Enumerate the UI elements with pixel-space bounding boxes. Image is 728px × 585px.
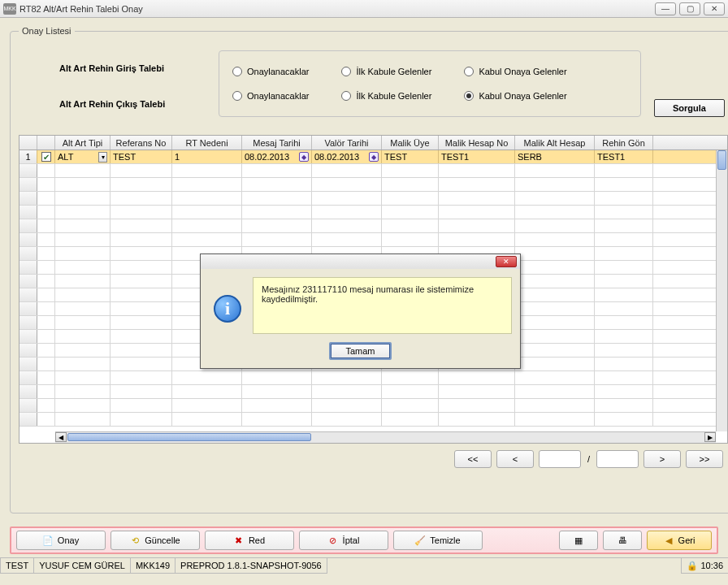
col-malik-uye[interactable]: Malik Üye [382,136,439,150]
app-icon: MKK [3,3,16,15]
table-row[interactable] [20,206,727,219]
horizontal-scrollbar[interactable]: ◀ ▶ [55,431,716,443]
title-bar: MKK RT82 Alt/Art Rehin Talebi Onay — ▢ ✕ [0,0,728,18]
query-button[interactable]: Sorgula [654,99,725,117]
radio-giris-onaylanacaklar[interactable]: Onaylanacaklar [232,67,309,76]
col-malik-hesap-no[interactable]: Malik Hesap No [439,136,515,150]
status-time-text: 10:36 [700,561,723,570]
button-label: Red [249,535,265,545]
pager-prev-button[interactable]: < [496,450,534,468]
radio-cikis-kabul-onaya[interactable]: Kabul Onaya Gelenler [464,91,566,101]
pager-last-button[interactable]: >> [686,450,723,468]
cell-alt-art-tipi[interactable]: ALT▾ [55,150,110,163]
col-referans-no[interactable]: Referans No [110,136,172,150]
col-rownum[interactable] [20,136,37,150]
radio-giris-ilk-kabule[interactable]: İlk Kabule Gelenler [341,67,431,76]
info-icon: i [209,290,246,327]
status-time: 🔒 10:36 [681,558,728,574]
radio-giris-kabul-onaya[interactable]: Kabul Onaya Gelenler [464,67,566,76]
radio-cikis-onaylanacaklar[interactable]: Onaylanacaklar [232,91,309,101]
calendar-icon[interactable]: ◆ [299,152,309,162]
dialog-ok-button[interactable]: Tamam [329,342,391,360]
export-icon: ▦ [574,535,583,545]
print-button[interactable]: 🖶 [603,531,642,550]
col-malik-alt-hesap[interactable]: Malik Alt Hesap [515,136,595,150]
cell-rehin-gon[interactable]: TEST1 [595,150,653,163]
dropdown-icon[interactable]: ▾ [98,152,107,162]
col-alt-art-tipi[interactable]: Alt Art Tipi [55,136,110,150]
back-icon: ◀ [664,535,674,545]
scroll-right-icon[interactable]: ▶ [704,432,716,442]
clear-icon: 🧹 [415,535,425,545]
radio-cikis-ilk-kabule[interactable]: İlk Kabule Gelenler [341,91,431,101]
pager-total-input[interactable] [596,450,639,468]
checkbox-icon: ✔ [41,152,51,162]
info-dialog: ✕ i Mesajınız 231117110 mesaj numarası i… [200,254,521,369]
radio-label: İlk Kabule Gelenler [356,91,431,101]
calendar-icon[interactable]: ◆ [369,152,379,162]
button-label: Güncelle [145,535,180,545]
minimize-button[interactable]: — [655,2,676,15]
table-row[interactable] [20,178,727,192]
cell-mesaj-tarihi[interactable]: 08.02.2013◆ [242,150,312,163]
refresh-icon: ⟲ [130,535,140,545]
table-row[interactable] [20,399,727,413]
radio-label: İlk Kabule Gelenler [356,67,431,76]
pager-first-button[interactable]: << [454,450,492,468]
cell-rownum: 1 [20,150,37,163]
table-row[interactable] [20,219,727,233]
col-valor-tarihi[interactable]: Valör Tarihi [312,136,382,150]
cell-referans-no[interactable]: TEST [110,150,172,163]
status-user: YUSUF CEM GÜREL [33,558,131,574]
red-button[interactable]: ✖Red [205,531,294,550]
dialog-close-button[interactable]: ✕ [496,256,517,267]
temizle-button[interactable]: 🧹Temizle [393,531,483,550]
table-row[interactable] [20,413,727,427]
print-icon: 🖶 [618,535,627,545]
dialog-titlebar: ✕ [201,254,520,269]
col-rehin-gon[interactable]: Rehin Gön [595,136,653,150]
status-version: PREPROD 1.8.1-SNAPSHOT-9056 [175,558,327,574]
reject-icon: ✖ [234,535,244,545]
vertical-scrollbar[interactable] [716,150,727,431]
cell-checkbox[interactable]: ✔ [37,150,55,163]
onay-button[interactable]: 📄Onay [16,531,106,550]
cell-rt-nedeni[interactable]: 1 [172,150,242,163]
table-row[interactable]: 1 ✔ ALT▾ TEST 1 08.02.2013◆ 08.02.2013◆ … [20,150,727,164]
col-rt-nedeni[interactable]: RT Nedeni [172,136,242,150]
radio-label: Onaylanacaklar [247,91,309,101]
cell-malik-alt-hesap[interactable]: SERB [515,150,595,163]
cell-malik-hesap-no[interactable]: TEST1 [439,150,515,163]
close-button[interactable]: ✕ [704,2,725,15]
geri-button[interactable]: ◀Geri [647,531,712,550]
button-label: İptal [343,535,360,545]
pager-current-input[interactable] [539,450,581,468]
status-env: TEST [0,558,34,574]
status-bar: TEST YUSUF CEM GÜREL MKK149 PREPROD 1.8.… [0,557,728,574]
table-row[interactable] [20,164,727,178]
export-button[interactable]: ▦ [559,531,598,550]
action-toolbar: 📄Onay ⟲Güncelle ✖Red ⊘İptal 🧹Temizle ▦ 🖶… [10,526,718,554]
guncelle-button[interactable]: ⟲Güncelle [110,531,200,550]
cell-text: 08.02.2013 [245,152,289,162]
cell-malik-uye[interactable]: TEST [382,150,439,163]
cell-valor-tarihi[interactable]: 08.02.2013◆ [312,150,382,163]
button-label: Onay [58,535,79,545]
document-icon: 📄 [43,535,53,545]
col-checkbox[interactable] [37,136,55,150]
filter-options-box: Onaylanacaklar İlk Kabule Gelenler Kabul… [219,50,641,117]
table-row[interactable] [20,192,727,206]
button-label: Temizle [430,535,460,545]
window-title: RT82 Alt/Art Rehin Talebi Onay [20,4,655,14]
table-row[interactable] [20,371,727,385]
scroll-left-icon[interactable]: ◀ [55,432,67,442]
pager-next-button[interactable]: > [644,450,681,468]
table-row[interactable] [20,233,727,247]
table-row[interactable] [20,385,727,399]
cell-text: 08.02.2013 [314,152,359,162]
maximize-button[interactable]: ▢ [679,2,700,15]
fieldset-legend: Onay Listesi [19,26,75,36]
pager: << < / > >> [19,444,728,468]
col-mesaj-tarihi[interactable]: Mesaj Tarihi [242,136,312,150]
iptal-button[interactable]: ⊘İptal [299,531,388,550]
